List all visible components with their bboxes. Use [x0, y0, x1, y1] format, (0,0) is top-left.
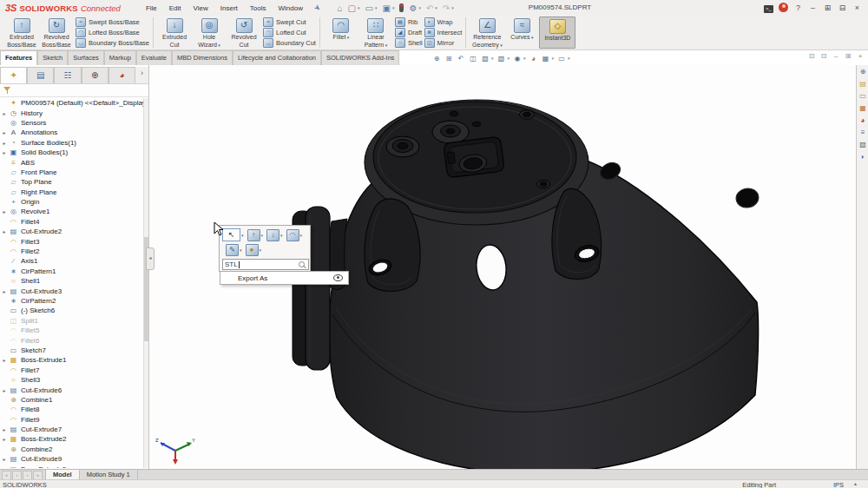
- tree-item-fillet7[interactable]: ◠Fillet7: [0, 366, 144, 375]
- panel-collapse-handle[interactable]: ◂: [146, 247, 155, 270]
- panel-tab-propertymanager[interactable]: ▤: [27, 67, 54, 83]
- ribbon-button-instant3d[interactable]: ◇Instant3D: [539, 16, 575, 49]
- dropdown-caret-icon[interactable]: ▾: [499, 43, 503, 48]
- tree-item-abs[interactable]: ≡ABS: [0, 157, 144, 167]
- tab-features[interactable]: Features: [0, 50, 37, 65]
- menu-window[interactable]: Window: [272, 3, 308, 14]
- tree-item-surface-bodies-1-[interactable]: ▸◔Surface Bodies(1): [0, 138, 144, 148]
- select-tool-button[interactable]: ↖: [222, 228, 240, 241]
- ribbon-button-intersect[interactable]: ⊗Intersect: [424, 28, 463, 38]
- tree-item-right-plane[interactable]: ▱Right Plane: [0, 188, 144, 197]
- taskpane-3dexperience-tab[interactable]: ⊕: [858, 67, 868, 77]
- tree-item-revolve1[interactable]: ▸◎Revolve1: [0, 207, 144, 216]
- tree-item-cut-extrude2[interactable]: ▸▤Cut-Extrude2: [0, 227, 144, 236]
- display-style-icon[interactable]: ▧: [496, 54, 507, 63]
- tree-item-front-plane[interactable]: ▱Front Plane: [0, 168, 144, 177]
- ribbon-button-extruded-cut[interactable]: ↓ExtrudedCut: [157, 16, 192, 49]
- tab-markup[interactable]: Markup: [104, 50, 136, 65]
- tree-item-sensors[interactable]: ◎Sensors: [0, 118, 144, 128]
- tree-item-top-plane[interactable]: ▱Top Plane: [0, 177, 144, 187]
- dropdown-caret-icon[interactable]: ▾: [280, 233, 283, 238]
- ribbon-button-lofted-boss-base[interactable]: ◠Lofted Boss/Base: [76, 28, 149, 38]
- previous-view-icon[interactable]: ↶: [456, 54, 466, 63]
- tile-button[interactable]: ⊡: [806, 52, 818, 60]
- tree-item-shell3[interactable]: ○Shell3: [0, 375, 144, 385]
- qat-home-button[interactable]: ⌂: [337, 3, 342, 13]
- ribbon-button-extruded-boss-base[interactable]: ↑ExtrudedBoss/Base: [4, 16, 39, 49]
- tree-item-sketch7[interactable]: ▭Sketch7: [0, 346, 144, 355]
- ribbon-button-fillet[interactable]: ◠Fillet ▾: [324, 16, 358, 49]
- panel-tab-configurationmanager[interactable]: ☷: [54, 67, 81, 83]
- nav-previous-button[interactable]: ‹: [12, 471, 22, 480]
- menu-insert[interactable]: Insert: [214, 3, 244, 14]
- dropdown-caret-icon[interactable]: ▾: [260, 247, 262, 253]
- tree-item-cut-extrude6[interactable]: ▸▤Cut-Extrude6: [0, 385, 144, 394]
- expand-arrow-icon[interactable]: ▸: [0, 288, 9, 294]
- ribbon-button-swept-boss-base[interactable]: ≈Swept Boss/Base: [76, 17, 149, 28]
- view-settings-icon[interactable]: ▭: [556, 54, 567, 63]
- dropdown-caret-icon[interactable]: ▾: [568, 56, 570, 61]
- graphics-viewport[interactable]: Z Y ↖▾↑▾↓▾◠▾ ✎▾●▾ STL Export As: [149, 65, 856, 469]
- eye-icon[interactable]: [333, 274, 343, 281]
- tree-item-boss-extrude1[interactable]: ▸▦Boss-Extrude1: [0, 355, 144, 365]
- qat-new-document-button[interactable]: ▢▾: [348, 3, 360, 13]
- tab-evaluate[interactable]: Evaluate: [136, 50, 172, 65]
- dropdown-caret-icon[interactable]: ▾: [435, 5, 437, 10]
- taskpane-view-palette-tab[interactable]: ▦: [858, 103, 868, 114]
- close-doc-button[interactable]: ×: [854, 52, 866, 60]
- ribbon-button-reference-geometry[interactable]: ∠ReferenceGeometry ▾: [470, 16, 504, 49]
- minimize-button[interactable]: –: [806, 3, 820, 12]
- tree-item--sketch6[interactable]: ▭(-) Sketch6: [0, 306, 144, 315]
- ribbon-button-swept-cut[interactable]: ≈Swept Cut: [263, 17, 316, 28]
- tree-item-combine1[interactable]: ⊕Combine1: [0, 395, 144, 405]
- section-view-icon[interactable]: ◫: [468, 54, 478, 63]
- dropdown-caret-icon[interactable]: ▾: [241, 233, 244, 238]
- account-avatar-button[interactable]: [776, 3, 791, 14]
- menu-view[interactable]: View: [187, 3, 214, 14]
- zoom-to-area-icon[interactable]: ⊞: [444, 54, 454, 63]
- expand-arrow-icon[interactable]: ▸: [0, 129, 9, 135]
- dropdown-caret-icon[interactable]: ▾: [240, 247, 242, 253]
- tree-item-solid-bodies-1-[interactable]: ▸▣Solid Bodies(1): [0, 148, 144, 157]
- tree-item-fillet5[interactable]: ◠Fillet5: [0, 326, 144, 335]
- ribbon-button-shell[interactable]: ○Shell: [395, 38, 423, 49]
- shortcut-comment-button[interactable]: ✎: [226, 244, 239, 256]
- ribbon-button-draft[interactable]: ◢Draft: [395, 28, 423, 38]
- search-result-export-as[interactable]: Export As: [220, 271, 349, 285]
- dropdown-caret-icon[interactable]: ▾: [451, 5, 454, 10]
- tree-item-boss-extrude5[interactable]: ▸▦Boss-Extrude5: [0, 464, 144, 468]
- nav-last-button[interactable]: »: [33, 471, 43, 480]
- tree-item-fillet2[interactable]: ◠Fillet2: [0, 247, 144, 256]
- ribbon-button-revolved-boss-base[interactable]: ↻RevolvedBoss/Base: [39, 16, 74, 49]
- tree-item-boss-extrude2[interactable]: ▸▦Boss-Extrude2: [0, 434, 144, 444]
- menu-file[interactable]: File: [140, 3, 163, 14]
- tree-root-item[interactable]: ✦PM009574 (Default) <<Default>_Display S…: [0, 98, 144, 108]
- minimize-doc-button[interactable]: –: [830, 52, 842, 60]
- tree-item-combine2[interactable]: ⊕Combine2: [0, 445, 144, 454]
- status-units[interactable]: IPS: [833, 481, 844, 488]
- tree-item-annotations[interactable]: ▸AAnnotations: [0, 128, 144, 137]
- tree-item-axis1[interactable]: ⁄Axis1: [0, 256, 144, 266]
- taskpane-solidworks-resources-tab[interactable]: ▧: [858, 140, 868, 150]
- tree-item-split1[interactable]: ◫Split1: [0, 316, 144, 326]
- ribbon-button-lofted-cut[interactable]: ◠Lofted Cut: [263, 28, 316, 38]
- dropdown-caret-icon[interactable]: ▾: [523, 56, 526, 61]
- expand-arrow-icon[interactable]: ▸: [0, 466, 9, 468]
- tab-sketch[interactable]: Sketch: [37, 50, 68, 65]
- tree-item-fillet8[interactable]: ◠Fillet8: [0, 405, 144, 414]
- expand-arrow-icon[interactable]: ▸: [0, 149, 9, 155]
- tree-item-shell1[interactable]: ○Shell1: [0, 276, 144, 286]
- status-units-caret-icon[interactable]: ▲: [853, 481, 858, 486]
- close-button[interactable]: ×: [850, 3, 865, 12]
- dropdown-caret-icon[interactable]: ▾: [217, 43, 220, 48]
- menu-edit[interactable]: Edit: [163, 3, 187, 14]
- tab-solidworks-add-ins[interactable]: SOLIDWORKS Add-Ins: [321, 50, 399, 65]
- tree-item-fillet6[interactable]: ◠Fillet6: [0, 335, 144, 345]
- tab-surfaces[interactable]: Surfaces: [68, 50, 104, 65]
- nav-first-button[interactable]: «: [2, 471, 11, 480]
- ribbon-button-rib[interactable]: ▤Rib: [395, 17, 423, 28]
- expand-arrow-icon[interactable]: ▸: [0, 387, 9, 393]
- ribbon-button-boundary-boss-base[interactable]: ◡Boundary Boss/Base: [76, 38, 149, 49]
- pin-menu-icon[interactable]: ➤: [308, 0, 326, 16]
- ribbon-button-revolved-cut[interactable]: ↺RevolvedCut: [227, 16, 261, 49]
